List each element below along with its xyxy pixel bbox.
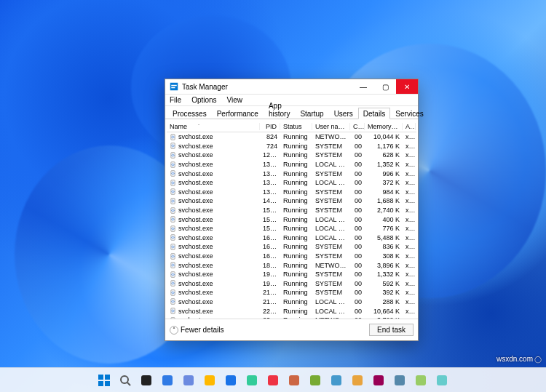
menu-view[interactable]: View xyxy=(226,96,245,104)
taskbar-chat-icon[interactable] xyxy=(181,373,196,388)
cell-cpu: 00 xyxy=(350,308,365,315)
taskbar-settings-icon[interactable] xyxy=(287,373,301,388)
close-button[interactable]: ✕ xyxy=(396,79,418,94)
maximize-button[interactable]: ▢ xyxy=(374,79,396,94)
table-row[interactable]: svchost.exe1628RunningLOCAL SE...005,488… xyxy=(167,233,416,243)
menu-file[interactable]: File xyxy=(168,96,183,104)
cell-mem: 2,740 K xyxy=(365,207,403,214)
table-row[interactable]: svchost.exe2148RunningSYSTEM00392 Kx64 xyxy=(167,288,416,297)
process-list[interactable]: svchost.exe824RunningNETWORK...0010,044 … xyxy=(167,132,416,319)
cell-cpu: 00 xyxy=(350,151,365,159)
taskbar-app3-icon[interactable] xyxy=(350,373,365,388)
cell-arc: x64 xyxy=(403,308,416,315)
table-row[interactable]: svchost.exe2288RunningLOCAL SE...0010,66… xyxy=(167,306,416,316)
table-row[interactable]: svchost.exe1956RunningSYSTEM00592 Kx64 xyxy=(167,279,416,289)
taskbar-start-icon[interactable] xyxy=(97,373,111,388)
tab-services[interactable]: Services xyxy=(390,108,428,119)
table-row[interactable]: svchost.exe1496RunningSYSTEM001,688 Kx64 xyxy=(167,196,416,206)
cell-mem: 996 K xyxy=(365,170,403,177)
cell-pid: 1588 xyxy=(260,225,280,232)
taskbar-mail-icon[interactable] xyxy=(266,373,280,388)
taskbar-app2-icon[interactable] xyxy=(329,373,344,388)
svg-rect-0 xyxy=(170,83,178,91)
task-manager-window: Task Manager — ▢ ✕ FileOptionsView Proce… xyxy=(165,79,419,341)
cell-arc: x64 xyxy=(403,188,416,196)
tab-details[interactable]: Details xyxy=(358,108,391,119)
cell-name: svchost.exe xyxy=(167,143,260,150)
table-row[interactable]: svchost.exe1548RunningLOCAL SE...00400 K… xyxy=(167,215,416,224)
table-row[interactable]: svchost.exe724RunningSYSTEM001,176 Kx64 xyxy=(167,142,416,151)
cell-arc: x64 xyxy=(403,289,416,296)
cell-cpu: 00 xyxy=(350,280,365,287)
taskbar[interactable] xyxy=(0,367,546,392)
table-row[interactable]: svchost.exe1316RunningLOCAL SE...001,352… xyxy=(167,160,416,169)
cell-arc: x64 xyxy=(403,252,416,260)
taskbar-app1-icon[interactable] xyxy=(308,373,323,388)
table-row[interactable]: svchost.exe1528RunningSYSTEM002,740 Kx64 xyxy=(167,206,416,215)
cell-cpu: 00 xyxy=(350,289,365,296)
cell-user: NETWORK... xyxy=(312,133,350,140)
table-row[interactable]: svchost.exe1900RunningSYSTEM001,332 Kx64 xyxy=(167,270,416,279)
cell-status: Running xyxy=(280,262,312,269)
table-row[interactable]: svchost.exe1668RunningSYSTEM00308 Kx64 xyxy=(167,252,416,261)
tab-users[interactable]: Users xyxy=(329,108,358,119)
cell-status: Running xyxy=(280,298,312,305)
taskbar-app5-icon[interactable] xyxy=(392,373,407,388)
end-task-button[interactable]: End task xyxy=(369,324,414,336)
cell-pid: 1332 xyxy=(260,179,280,186)
col-mem[interactable]: Memory (a... xyxy=(365,123,403,130)
svg-rect-145 xyxy=(226,375,236,385)
svg-rect-146 xyxy=(247,375,257,385)
col-name[interactable]: Nameˇ xyxy=(167,123,260,130)
col-pid[interactable]: PID xyxy=(260,123,280,130)
chevron-up-icon: ˄ xyxy=(170,326,178,335)
table-row[interactable]: svchost.exe1340RunningSYSTEM00984 Kx64 xyxy=(167,188,416,197)
table-row[interactable]: svchost.exe1332RunningLOCAL SE...00372 K… xyxy=(167,178,416,188)
col-user[interactable]: User name xyxy=(312,123,350,130)
table-row[interactable]: svchost.exe1832RunningNETWORK...003,896 … xyxy=(167,260,416,270)
fewer-details-button[interactable]: ˄ Fewer details xyxy=(170,326,223,335)
taskbar-task-view-icon[interactable] xyxy=(139,373,154,388)
cell-user: SYSTEM xyxy=(312,143,350,150)
col-cpu[interactable]: CPU xyxy=(350,123,365,130)
taskbar-app4-icon[interactable] xyxy=(371,373,386,388)
cell-cpu: 00 xyxy=(350,271,365,278)
cell-arc: x64 xyxy=(403,197,416,204)
taskbar-app7-icon[interactable] xyxy=(435,373,449,388)
cell-name: svchost.exe xyxy=(167,179,260,186)
cell-mem: 1,352 K xyxy=(365,161,403,168)
taskbar-app6-icon[interactable] xyxy=(414,373,428,388)
tab-processes[interactable]: Processes xyxy=(167,108,212,119)
table-row[interactable]: svchost.exe1660RunningSYSTEM00836 Kx64 xyxy=(167,242,416,252)
column-headers: Nameˇ PID Status User name CPU Memory (a… xyxy=(167,121,416,132)
cell-arc: x64 xyxy=(403,179,416,186)
menu-options[interactable]: Options xyxy=(190,96,218,104)
taskbar-edge-icon[interactable] xyxy=(223,373,238,388)
taskbar-widgets-icon[interactable] xyxy=(160,373,175,388)
cell-pid: 1316 xyxy=(260,161,280,168)
cell-mem: 836 K xyxy=(365,243,403,250)
col-status[interactable]: Status xyxy=(280,123,312,130)
col-arc[interactable]: Arc xyxy=(403,123,416,130)
cell-arc: x64 xyxy=(403,262,416,269)
table-row[interactable]: svchost.exe2164RunningLOCAL SE...00288 K… xyxy=(167,297,416,307)
minimize-button[interactable]: — xyxy=(352,79,374,94)
cell-status: Running xyxy=(280,207,312,214)
taskbar-search-icon[interactable] xyxy=(118,373,132,388)
cell-user: LOCAL SE... xyxy=(312,161,350,168)
cell-pid: 824 xyxy=(260,133,280,140)
tab-performance[interactable]: Performance xyxy=(212,108,264,119)
cell-arc: x64 xyxy=(403,170,416,177)
table-row[interactable]: svchost.exe1324RunningSYSTEM00996 Kx64 xyxy=(167,169,416,178)
taskbar-store-icon[interactable] xyxy=(245,373,259,388)
svg-rect-1 xyxy=(171,85,177,87)
table-row[interactable]: svchost.exe1280RunningSYSTEM00628 Kx64 xyxy=(167,151,416,160)
taskbar-explorer-icon[interactable] xyxy=(202,373,217,388)
titlebar[interactable]: Task Manager — ▢ ✕ xyxy=(165,79,418,95)
table-row[interactable]: svchost.exe824RunningNETWORK...0010,044 … xyxy=(167,132,416,142)
tab-startup[interactable]: Startup xyxy=(295,108,328,119)
cell-arc: x64 xyxy=(403,243,416,250)
svg-line-140 xyxy=(127,383,130,385)
table-row[interactable]: svchost.exe1588RunningLOCAL SE...00776 K… xyxy=(167,224,416,233)
tab-app-history[interactable]: App history xyxy=(264,100,295,119)
